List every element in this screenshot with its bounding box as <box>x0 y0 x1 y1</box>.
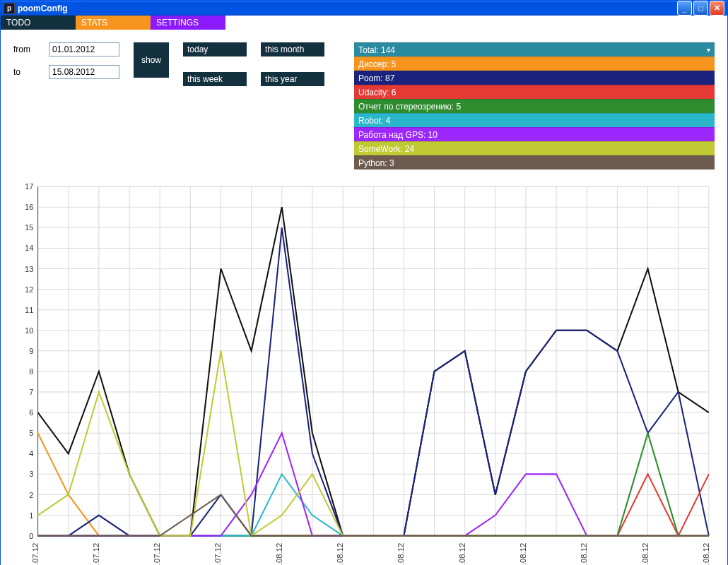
svg-text:10: 10 <box>25 326 33 335</box>
svg-text:09.08.12: 09.08.12 <box>519 543 527 565</box>
line-chart: 0123456789101112131415161724.07.1226.07.… <box>12 182 716 565</box>
window-title: poomConfig <box>18 4 68 13</box>
svg-text:13.08.12: 13.08.12 <box>641 543 650 565</box>
svg-text:07.08.12: 07.08.12 <box>458 543 466 565</box>
legend-item[interactable]: Python: 3 <box>354 155 715 170</box>
legend-item[interactable]: Udacity: 6 <box>354 85 715 99</box>
tab-settings[interactable]: SETTINGS <box>151 16 225 30</box>
svg-text:5: 5 <box>29 429 33 437</box>
legend-item[interactable]: Работа над GPS: 10 <box>354 127 715 141</box>
svg-text:1: 1 <box>29 511 33 520</box>
svg-text:01.08.12: 01.08.12 <box>275 543 283 565</box>
svg-text:11.08.12: 11.08.12 <box>580 543 588 565</box>
controls-row: from to show today this week this month … <box>1 30 727 175</box>
svg-text:16: 16 <box>25 203 33 211</box>
show-button[interactable]: show <box>134 42 169 78</box>
titlebar[interactable]: p poomConfig _ □ ✕ <box>1 1 727 16</box>
svg-text:26.07.12: 26.07.12 <box>92 543 100 565</box>
minimize-button[interactable]: _ <box>677 1 692 16</box>
to-date-input[interactable] <box>49 65 119 79</box>
dropdown-icon: ▾ <box>707 46 710 54</box>
legend-item[interactable]: Total: 144▾ <box>354 42 715 56</box>
client-area: TODO STATS SETTINGS from to show today t… <box>1 16 727 565</box>
svg-text:8: 8 <box>29 367 33 376</box>
chart-area: 0123456789101112131415161724.07.1226.07.… <box>12 182 716 565</box>
svg-text:14: 14 <box>25 244 33 252</box>
svg-text:17: 17 <box>25 182 33 191</box>
this-year-button[interactable]: this year <box>261 72 324 86</box>
svg-text:0: 0 <box>29 532 33 540</box>
svg-text:4: 4 <box>29 449 33 458</box>
svg-text:3: 3 <box>29 470 33 478</box>
svg-text:12: 12 <box>25 285 33 294</box>
tab-bar: TODO STATS SETTINGS <box>1 16 727 30</box>
svg-text:03.08.12: 03.08.12 <box>336 543 344 565</box>
tab-stats[interactable]: STATS <box>76 16 151 30</box>
maximize-button[interactable]: □ <box>693 1 708 16</box>
app-window: p poomConfig _ □ ✕ TODO STATS SETTINGS f… <box>0 0 728 565</box>
svg-text:24.07.12: 24.07.12 <box>31 543 40 565</box>
from-label: from <box>13 44 43 54</box>
tab-todo[interactable]: TODO <box>1 16 76 30</box>
svg-text:11: 11 <box>25 306 33 314</box>
svg-text:05.08.12: 05.08.12 <box>397 543 405 565</box>
legend-item[interactable]: Диссер: 5 <box>354 56 715 71</box>
close-button[interactable]: ✕ <box>710 1 724 16</box>
svg-text:15: 15 <box>25 223 33 232</box>
legend-item[interactable]: Poom: 87 <box>354 71 715 85</box>
this-month-button[interactable]: this month <box>261 42 324 56</box>
svg-text:6: 6 <box>29 408 33 417</box>
to-label: to <box>13 67 43 77</box>
this-week-button[interactable]: this week <box>183 72 247 86</box>
legend-item[interactable]: Robot: 4 <box>354 113 715 127</box>
legend-item[interactable]: Отчет по стереозрению: 5 <box>354 99 715 113</box>
svg-text:13: 13 <box>25 265 33 273</box>
svg-text:15.08.12: 15.08.12 <box>702 543 710 565</box>
svg-text:30.07.12: 30.07.12 <box>214 543 223 565</box>
legend-item[interactable]: SomeWork: 24 <box>354 141 715 155</box>
today-button[interactable]: today <box>183 42 247 56</box>
date-filter: from to <box>13 42 119 79</box>
svg-text:2: 2 <box>29 491 33 499</box>
svg-text:28.07.12: 28.07.12 <box>153 543 161 565</box>
from-date-input[interactable] <box>49 42 119 56</box>
app-icon: p <box>4 3 15 14</box>
svg-text:9: 9 <box>29 347 33 355</box>
legend: Total: 144▾Диссер: 5Poom: 87Udacity: 6От… <box>354 42 715 170</box>
svg-text:7: 7 <box>29 388 33 396</box>
